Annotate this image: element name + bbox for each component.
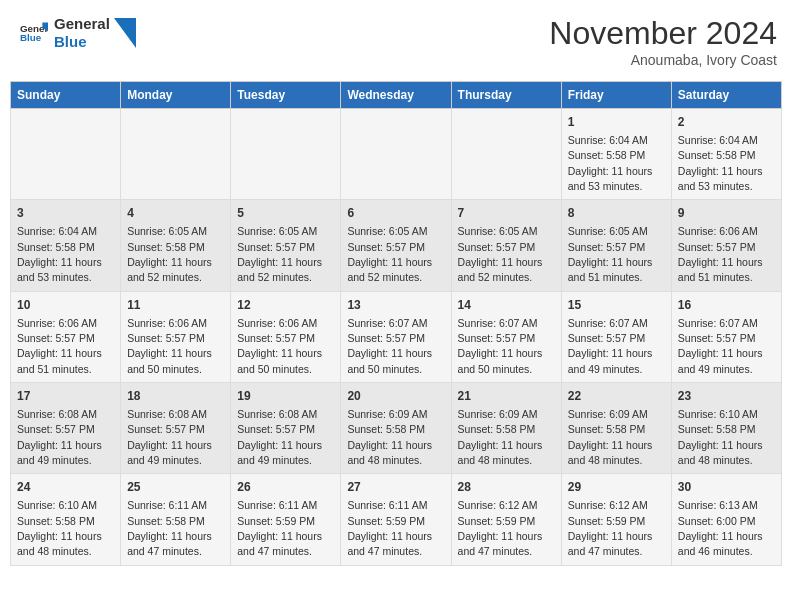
day-info-text: Sunrise: 6:06 AM Sunset: 5:57 PM Dayligh… <box>678 225 763 283</box>
calendar-week-row: 24Sunrise: 6:10 AM Sunset: 5:58 PM Dayli… <box>11 474 782 565</box>
day-number: 1 <box>568 114 665 131</box>
day-number: 29 <box>568 479 665 496</box>
day-info-text: Sunrise: 6:11 AM Sunset: 5:58 PM Dayligh… <box>127 499 212 557</box>
calendar-week-row: 1Sunrise: 6:04 AM Sunset: 5:58 PM Daylig… <box>11 109 782 200</box>
calendar-day-cell <box>11 109 121 200</box>
day-number: 11 <box>127 297 224 314</box>
day-info-text: Sunrise: 6:05 AM Sunset: 5:57 PM Dayligh… <box>568 225 653 283</box>
day-info-text: Sunrise: 6:12 AM Sunset: 5:59 PM Dayligh… <box>568 499 653 557</box>
day-number: 4 <box>127 205 224 222</box>
day-info-text: Sunrise: 6:10 AM Sunset: 5:58 PM Dayligh… <box>678 408 763 466</box>
calendar-week-row: 17Sunrise: 6:08 AM Sunset: 5:57 PM Dayli… <box>11 383 782 474</box>
day-info-text: Sunrise: 6:04 AM Sunset: 5:58 PM Dayligh… <box>568 134 653 192</box>
calendar-day-cell: 13Sunrise: 6:07 AM Sunset: 5:57 PM Dayli… <box>341 291 451 382</box>
day-of-week-header: Monday <box>121 82 231 109</box>
calendar-day-cell: 21Sunrise: 6:09 AM Sunset: 5:58 PM Dayli… <box>451 383 561 474</box>
day-info-text: Sunrise: 6:07 AM Sunset: 5:57 PM Dayligh… <box>458 317 543 375</box>
calendar-day-cell: 22Sunrise: 6:09 AM Sunset: 5:58 PM Dayli… <box>561 383 671 474</box>
calendar-day-cell: 5Sunrise: 6:05 AM Sunset: 5:57 PM Daylig… <box>231 200 341 291</box>
day-of-week-header: Saturday <box>671 82 781 109</box>
day-number: 21 <box>458 388 555 405</box>
day-number: 27 <box>347 479 444 496</box>
calendar-day-cell: 16Sunrise: 6:07 AM Sunset: 5:57 PM Dayli… <box>671 291 781 382</box>
day-number: 15 <box>568 297 665 314</box>
day-info-text: Sunrise: 6:07 AM Sunset: 5:57 PM Dayligh… <box>347 317 432 375</box>
day-of-week-header: Sunday <box>11 82 121 109</box>
day-number: 26 <box>237 479 334 496</box>
day-number: 12 <box>237 297 334 314</box>
day-info-text: Sunrise: 6:08 AM Sunset: 5:57 PM Dayligh… <box>17 408 102 466</box>
day-info-text: Sunrise: 6:06 AM Sunset: 5:57 PM Dayligh… <box>237 317 322 375</box>
calendar-day-cell: 11Sunrise: 6:06 AM Sunset: 5:57 PM Dayli… <box>121 291 231 382</box>
day-info-text: Sunrise: 6:04 AM Sunset: 5:58 PM Dayligh… <box>17 225 102 283</box>
day-number: 2 <box>678 114 775 131</box>
calendar-day-cell: 7Sunrise: 6:05 AM Sunset: 5:57 PM Daylig… <box>451 200 561 291</box>
day-number: 13 <box>347 297 444 314</box>
day-of-week-header: Tuesday <box>231 82 341 109</box>
day-of-week-header: Wednesday <box>341 82 451 109</box>
day-info-text: Sunrise: 6:09 AM Sunset: 5:58 PM Dayligh… <box>568 408 653 466</box>
day-number: 3 <box>17 205 114 222</box>
day-number: 23 <box>678 388 775 405</box>
day-info-text: Sunrise: 6:12 AM Sunset: 5:59 PM Dayligh… <box>458 499 543 557</box>
day-info-text: Sunrise: 6:09 AM Sunset: 5:58 PM Dayligh… <box>458 408 543 466</box>
calendar-day-cell: 27Sunrise: 6:11 AM Sunset: 5:59 PM Dayli… <box>341 474 451 565</box>
calendar-day-cell <box>121 109 231 200</box>
day-of-week-header: Friday <box>561 82 671 109</box>
calendar-day-cell <box>451 109 561 200</box>
day-number: 24 <box>17 479 114 496</box>
calendar-body: 1Sunrise: 6:04 AM Sunset: 5:58 PM Daylig… <box>11 109 782 566</box>
day-info-text: Sunrise: 6:08 AM Sunset: 5:57 PM Dayligh… <box>127 408 212 466</box>
calendar-week-row: 3Sunrise: 6:04 AM Sunset: 5:58 PM Daylig… <box>11 200 782 291</box>
day-info-text: Sunrise: 6:11 AM Sunset: 5:59 PM Dayligh… <box>347 499 432 557</box>
day-info-text: Sunrise: 6:04 AM Sunset: 5:58 PM Dayligh… <box>678 134 763 192</box>
logo-blue-text: Blue <box>54 33 110 51</box>
day-number: 9 <box>678 205 775 222</box>
calendar-day-cell: 30Sunrise: 6:13 AM Sunset: 6:00 PM Dayli… <box>671 474 781 565</box>
day-info-text: Sunrise: 6:06 AM Sunset: 5:57 PM Dayligh… <box>127 317 212 375</box>
calendar-day-cell: 14Sunrise: 6:07 AM Sunset: 5:57 PM Dayli… <box>451 291 561 382</box>
svg-marker-3 <box>114 18 136 48</box>
calendar-day-cell: 8Sunrise: 6:05 AM Sunset: 5:57 PM Daylig… <box>561 200 671 291</box>
calendar-week-row: 10Sunrise: 6:06 AM Sunset: 5:57 PM Dayli… <box>11 291 782 382</box>
day-number: 8 <box>568 205 665 222</box>
day-info-text: Sunrise: 6:11 AM Sunset: 5:59 PM Dayligh… <box>237 499 322 557</box>
day-number: 6 <box>347 205 444 222</box>
calendar-day-cell: 6Sunrise: 6:05 AM Sunset: 5:57 PM Daylig… <box>341 200 451 291</box>
logo: General Blue General Blue <box>20 15 136 51</box>
calendar-header: SundayMondayTuesdayWednesdayThursdayFrid… <box>11 82 782 109</box>
day-info-text: Sunrise: 6:07 AM Sunset: 5:57 PM Dayligh… <box>678 317 763 375</box>
calendar-table: SundayMondayTuesdayWednesdayThursdayFrid… <box>10 81 782 566</box>
day-number: 28 <box>458 479 555 496</box>
day-number: 16 <box>678 297 775 314</box>
svg-text:Blue: Blue <box>20 32 42 43</box>
day-info-text: Sunrise: 6:08 AM Sunset: 5:57 PM Dayligh… <box>237 408 322 466</box>
day-info-text: Sunrise: 6:06 AM Sunset: 5:57 PM Dayligh… <box>17 317 102 375</box>
calendar-day-cell: 20Sunrise: 6:09 AM Sunset: 5:58 PM Dayli… <box>341 383 451 474</box>
day-number: 22 <box>568 388 665 405</box>
day-number: 7 <box>458 205 555 222</box>
calendar-day-cell <box>341 109 451 200</box>
day-info-text: Sunrise: 6:10 AM Sunset: 5:58 PM Dayligh… <box>17 499 102 557</box>
day-number: 30 <box>678 479 775 496</box>
logo-triangle-icon <box>114 18 136 48</box>
calendar-day-cell: 10Sunrise: 6:06 AM Sunset: 5:57 PM Dayli… <box>11 291 121 382</box>
location-subtitle: Anoumaba, Ivory Coast <box>549 52 777 68</box>
calendar-day-cell: 25Sunrise: 6:11 AM Sunset: 5:58 PM Dayli… <box>121 474 231 565</box>
day-info-text: Sunrise: 6:05 AM Sunset: 5:57 PM Dayligh… <box>347 225 432 283</box>
day-number: 20 <box>347 388 444 405</box>
calendar-day-cell: 28Sunrise: 6:12 AM Sunset: 5:59 PM Dayli… <box>451 474 561 565</box>
page-header: General Blue General Blue November 2024 … <box>10 10 782 73</box>
day-number: 25 <box>127 479 224 496</box>
day-number: 18 <box>127 388 224 405</box>
day-info-text: Sunrise: 6:13 AM Sunset: 6:00 PM Dayligh… <box>678 499 763 557</box>
day-info-text: Sunrise: 6:05 AM Sunset: 5:58 PM Dayligh… <box>127 225 212 283</box>
calendar-day-cell: 23Sunrise: 6:10 AM Sunset: 5:58 PM Dayli… <box>671 383 781 474</box>
calendar-day-cell: 19Sunrise: 6:08 AM Sunset: 5:57 PM Dayli… <box>231 383 341 474</box>
calendar-day-cell: 29Sunrise: 6:12 AM Sunset: 5:59 PM Dayli… <box>561 474 671 565</box>
day-info-text: Sunrise: 6:09 AM Sunset: 5:58 PM Dayligh… <box>347 408 432 466</box>
calendar-day-cell: 15Sunrise: 6:07 AM Sunset: 5:57 PM Dayli… <box>561 291 671 382</box>
logo-general-text: General <box>54 15 110 33</box>
calendar-day-cell: 9Sunrise: 6:06 AM Sunset: 5:57 PM Daylig… <box>671 200 781 291</box>
logo-icon: General Blue <box>20 19 48 47</box>
